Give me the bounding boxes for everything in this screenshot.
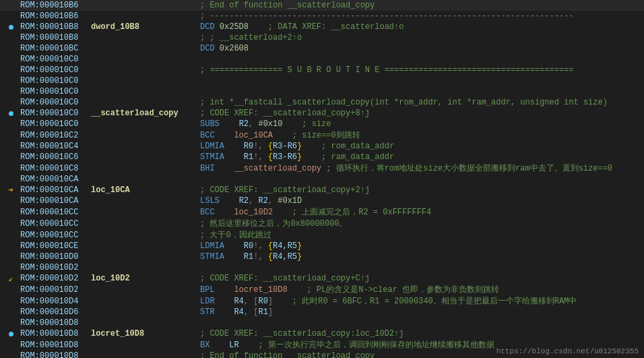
hex-value: 0x25D8 xyxy=(220,22,249,32)
register: R3-R6 xyxy=(273,142,297,151)
register: R2 xyxy=(239,196,249,206)
empty-indicator xyxy=(1,11,20,22)
address: ROM:000010B8 xyxy=(20,22,91,32)
address: ROM:000010D2 xyxy=(20,274,91,283)
code-line: ROM:000010C4LDMIA R0!, {R3-R6} ; rom_dat… xyxy=(0,141,644,152)
line-content: SUBS R2, #0x10 ; size xyxy=(199,119,643,129)
bracket: { xyxy=(268,241,273,251)
address: ROM:000010C0 xyxy=(20,76,91,86)
code-line: ROM:000010CC; 大于0，因此跳过 xyxy=(0,229,644,241)
empty-indicator xyxy=(1,0,20,11)
bracket: { xyxy=(268,252,273,262)
comment: ; int *__fastcall _scatterload_copy(int … xyxy=(200,98,608,107)
operand: loc_10D2 xyxy=(234,208,273,217)
mnemonic: STMIA xyxy=(200,252,224,262)
mnemonic: BHI xyxy=(200,164,215,173)
text: , xyxy=(249,119,258,129)
address: ROM:000010CA xyxy=(20,196,91,206)
code-line: ROM:000010CCBCC loc_10D2 ; 上面减完之后，R2 = 0… xyxy=(0,206,644,218)
label: loc_10D2 xyxy=(91,274,199,283)
empty-indicator xyxy=(1,262,20,273)
line-content: DCD 0x25D8 ; DATA XREF: __scatterload↑o xyxy=(199,22,643,32)
separator-line: ; --------------------------------------… xyxy=(200,11,574,21)
code-line: ROM:000010C0; =============== S U B R O … xyxy=(0,65,644,76)
register: R1 xyxy=(258,307,267,317)
code-line: ROM:000010C0 xyxy=(0,54,644,65)
line-content: STMIA R1!, {R3-R6} ; ram_data_addr xyxy=(199,152,643,162)
code-line: ROM:000010CA xyxy=(0,174,644,185)
empty-indicator xyxy=(1,130,20,141)
line-content: BPL locret_10D8 ; PL的含义是N->clear 也即，参数为非… xyxy=(199,284,643,295)
empty-indicator xyxy=(1,241,20,251)
address: ROM:000010B6 xyxy=(20,1,91,10)
empty-indicator xyxy=(1,97,20,108)
line-content: BCC loc_10CA ; size==0则跳转 xyxy=(199,129,643,141)
code-line: ROM:000010BCDCD 0x2608 xyxy=(0,43,644,54)
empty-indicator xyxy=(1,196,20,206)
mnemonic: LDMIA xyxy=(200,241,224,251)
line-content: BCC loc_10D2 ; 上面减完之后，R2 = 0xFFFFFFF4 xyxy=(199,206,643,218)
operand: __scatterload_copy xyxy=(234,164,321,173)
arrow-down-indicator: ↙ xyxy=(1,273,20,284)
code-line: ↙ROM:000010D2loc_10D2; CODE XREF: __scat… xyxy=(0,273,644,284)
address: ROM:000010CA xyxy=(20,175,91,184)
line-content: ; CODE XREF: __scatterload_copy+2↑j xyxy=(199,185,643,195)
address: ROM:000010BC xyxy=(20,44,91,53)
empty-indicator xyxy=(1,86,20,97)
comment-cn: ; 大于0，因此跳过 xyxy=(200,231,271,240)
line-content: ; 大于0，因此跳过 xyxy=(199,229,643,241)
mnemonic: DCD xyxy=(200,22,215,32)
line-content: LDR R4, [R0] ; 此时R0 = 6BFC，R1 = 20000340… xyxy=(199,295,643,307)
empty-indicator xyxy=(1,174,20,185)
line-content: ; CODE XREF: __scatterload_copy+C↑j xyxy=(199,274,643,283)
address: ROM:000010C4 xyxy=(20,142,91,151)
comment: ; size xyxy=(302,119,331,129)
comment: ; ; __scatterload+2↑o xyxy=(200,33,302,42)
code-line: ROM:000010C0; int *__fastcall _scatterlo… xyxy=(0,97,644,108)
address: ROM:000010C0 xyxy=(20,119,91,129)
address: ROM:000010CA xyxy=(20,185,91,195)
label: loc_10CA xyxy=(91,185,199,195)
address: ROM:000010C2 xyxy=(20,131,91,140)
hex-value: 0x2608 xyxy=(220,44,249,53)
mnemonic: BX xyxy=(200,340,210,350)
comment-cn: ; 第一次执行完毕之后，调回到刚刚保存的地址继续搬移其他数据 xyxy=(258,340,494,350)
code-line: ROM:000010B6; End of function __scatterl… xyxy=(0,0,644,11)
code-line: ROM:000010C8BHI __scatterload_copy ; 循环执… xyxy=(0,162,644,174)
code-line: ROM:000010C0 xyxy=(0,86,644,97)
comment-cn: ; 循环执行，将rom地址处size大小数据全部搬移到ram中去了。直到size… xyxy=(326,164,612,173)
mnemonic: LDMIA xyxy=(200,142,224,151)
breakpoint-indicator xyxy=(1,22,20,32)
text: , xyxy=(249,196,258,206)
line-content: LDMIA R0!, {R4,R5} xyxy=(199,241,643,251)
arrow-left-indicator: ➔ xyxy=(1,185,20,196)
address: ROM:000010CC xyxy=(20,208,91,217)
register: R0 xyxy=(258,297,267,306)
code-line: ROM:000010B6; --------------------------… xyxy=(0,11,644,22)
comment-cn: ; 此时R0 = 6BFC，R1 = 20000340。相当于是把最后一个字给搬… xyxy=(292,297,577,306)
mnemonic: LDR xyxy=(200,297,215,306)
mnemonic: SUBS xyxy=(200,119,220,129)
register: R4,R5 xyxy=(273,252,297,262)
code-line: ROM:000010D2 xyxy=(0,262,644,273)
empty-indicator xyxy=(1,296,20,307)
text: , [ xyxy=(244,297,259,306)
register: R3-R6 xyxy=(273,152,297,162)
line-content: ; --------------------------------------… xyxy=(199,11,643,21)
register: R4 xyxy=(234,297,243,306)
address: ROM:000010D8 xyxy=(20,340,91,350)
address: ROM:000010C0 xyxy=(20,98,91,107)
watermark: https://blog.csdn.net/u012502355 xyxy=(496,347,639,355)
address: ROM:000010C0 xyxy=(20,109,91,118)
line-content: ; =============== S U B R O U T I N E ==… xyxy=(199,65,643,75)
text: !, xyxy=(253,241,268,251)
bracket: { xyxy=(268,142,273,151)
empty-indicator xyxy=(1,285,20,295)
bracket: } xyxy=(297,142,302,151)
empty-indicator xyxy=(1,340,20,351)
empty-indicator xyxy=(1,163,20,174)
operand: loc_10CA xyxy=(234,131,273,140)
label: dword_10B8 xyxy=(91,22,199,32)
mnemonic: BCC xyxy=(200,208,215,217)
address: ROM:000010B8 xyxy=(20,33,91,42)
